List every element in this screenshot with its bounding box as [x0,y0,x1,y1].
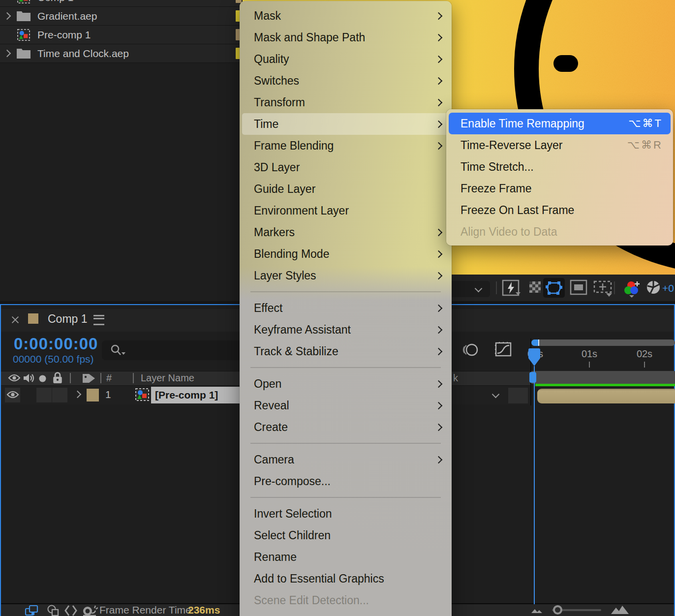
menu-item-quality[interactable]: Quality [242,48,449,70]
menu-item-label: Invert Selection [254,507,443,521]
exposure-aperture-icon[interactable] [645,279,661,295]
work-area-bar[interactable] [531,371,675,384]
timeline-zoom-knob[interactable] [553,605,562,615]
shapes-drafts-icon[interactable] [46,605,60,616]
close-tab-icon[interactable] [11,315,20,324]
menu-item-effect[interactable]: Effect [242,297,449,319]
channel-rgb-button[interactable] [622,279,642,298]
menu-item-environment-layer[interactable]: Environment Layer [242,200,449,221]
solo-column-icon[interactable] [39,375,46,384]
current-time-display[interactable]: 0:00:00:00 [14,335,98,353]
submenu-item-freeze-on-last-frame[interactable]: Freeze On Last Frame [449,199,671,221]
project-item[interactable]: Time and Clock.aep [0,44,243,63]
menu-item-3d-layer[interactable]: 3D Layer [242,156,449,178]
layer-name-selected[interactable]: [Pre-comp 1] [151,387,243,403]
menu-item-switches[interactable]: Switches [242,70,449,92]
audio-speaker-column-icon[interactable] [23,373,34,385]
time-ruler[interactable]: 00s01s02s [531,347,675,371]
menu-item-label: Select Children [254,529,443,542]
menu-item-label: Environment Layer [254,204,443,217]
menu-item-camera[interactable]: Camera [242,449,449,470]
project-item[interactable]: Comp 1 [0,0,243,7]
exposure-value[interactable]: +0 [662,282,674,294]
frame-rate-info: 00000 (50.00 fps) [13,353,94,365]
lock-column-icon[interactable] [53,372,62,386]
submenu-arrow-icon [435,12,443,20]
stabilize-crop-button[interactable] [593,279,614,297]
submenu-arrow-icon [435,55,443,63]
menu-item-label: Track & Stabilize [254,345,436,358]
menu-item-mask-and-shape-path[interactable]: Mask and Shape Path [242,27,449,48]
mask-visibility-button[interactable] [543,278,565,298]
submenu-arrow-icon [435,33,443,41]
column-header-layer-name[interactable]: Layer Name [141,372,194,384]
panel-menu-icon[interactable] [93,315,104,325]
layer-visibility-toggle[interactable] [5,388,20,402]
menu-item-keyframe-assistant[interactable]: Keyframe Assistant [242,319,449,340]
menu-item-mask[interactable]: Mask [242,5,449,27]
video-eye-column-icon[interactable] [8,373,21,385]
menu-item-create[interactable]: Create [242,416,449,438]
project-item[interactable]: Gradient.aep [0,7,243,26]
zoom-in-mountains-icon[interactable] [610,605,630,616]
comp-icon [14,0,33,4]
layer-index: 1 [105,389,111,400]
menu-item-label: Open [254,377,436,391]
menu-item-markers[interactable]: Markers [242,221,449,243]
keyboard-shortcut: ⌥⌘R [627,139,663,152]
layer-duration-bar[interactable] [537,389,675,403]
expressions-brackets-icon[interactable] [64,605,78,616]
project-item[interactable]: Pre-comp 1 [0,26,243,44]
zoom-out-mountains-icon[interactable] [530,607,544,616]
region-of-interest-button[interactable] [570,279,587,295]
menu-item-time[interactable]: Time [242,113,449,135]
comp-color-swatch[interactable] [28,313,38,324]
column-header-number[interactable]: # [106,372,112,384]
menu-item-transform[interactable]: Transform [242,92,449,113]
submenu-arrow-icon [435,423,443,431]
menu-item-select-children[interactable]: Select Children [242,524,449,546]
layer-label-swatch[interactable] [87,389,99,401]
submenu-item-time-stretch[interactable]: Time Stretch... [449,156,671,178]
submenu-arrow-icon [435,142,443,150]
submenu-arrow-icon [435,272,443,279]
menu-item-label: Time [254,118,436,131]
menu-item-invert-selection[interactable]: Invert Selection [242,503,449,524]
menu-item-blending-mode[interactable]: Blending Mode [242,243,449,265]
menu-item-guide-layer[interactable]: Guide Layer [242,178,449,200]
project-panel-scrollbar[interactable] [173,286,236,299]
menu-item-open[interactable]: Open [242,373,449,395]
snail-render-speed-icon[interactable] [81,605,98,616]
disclosure-chevron-icon[interactable] [3,12,11,20]
timeline-search-input[interactable] [102,340,244,360]
disclosure-chevron-icon[interactable] [3,50,11,58]
layer-expander-chevron[interactable] [74,391,82,399]
menu-item-rename[interactable]: Rename [242,546,449,568]
submenu-arrow-icon [435,77,443,85]
motion-blur-icon[interactable] [461,342,478,359]
fast-previews-button[interactable] [502,279,522,297]
submenu-item-freeze-frame[interactable]: Freeze Frame [449,178,671,199]
parent-pickwhip-box[interactable] [508,388,528,403]
menu-item-track-stabilize[interactable]: Track & Stabilize [242,340,449,362]
playhead[interactable] [528,348,541,367]
submenu-item-time-reverse-layer[interactable]: Time-Reverse Layer⌥⌘R [449,134,671,156]
timeline-tab-comp1[interactable]: Comp 1 [48,312,88,326]
submenu-item-enable-time-remapping[interactable]: Enable Time Remapping⌥⌘T [449,113,671,134]
work-area-start-handle[interactable] [529,372,536,383]
navigator-start-handle[interactable] [531,339,539,346]
menu-item-reveal[interactable]: Reveal [242,395,449,416]
submenu-item-label: Time Stretch... [460,160,663,174]
time-navigator-bar[interactable] [531,339,675,346]
transparency-grid-button[interactable] [529,281,541,293]
layer-solo-toggle[interactable] [36,388,52,402]
comp-mini-flowchart-icon[interactable] [25,605,39,616]
menu-item-pre-compose[interactable]: Pre-compose... [242,470,449,492]
graph-editor-icon[interactable] [494,341,512,359]
menu-item-layer-styles[interactable]: Layer Styles [242,265,449,286]
layer-lock-toggle[interactable] [52,388,67,402]
menu-item-add-to-essential-graphics[interactable]: Add to Essential Graphics [242,568,449,589]
menu-item-frame-blending[interactable]: Frame Blending [242,135,449,156]
layer-context-menu: MaskMask and Shape PathQualitySwitchesTr… [240,1,452,616]
label-column-icon[interactable] [82,373,96,386]
